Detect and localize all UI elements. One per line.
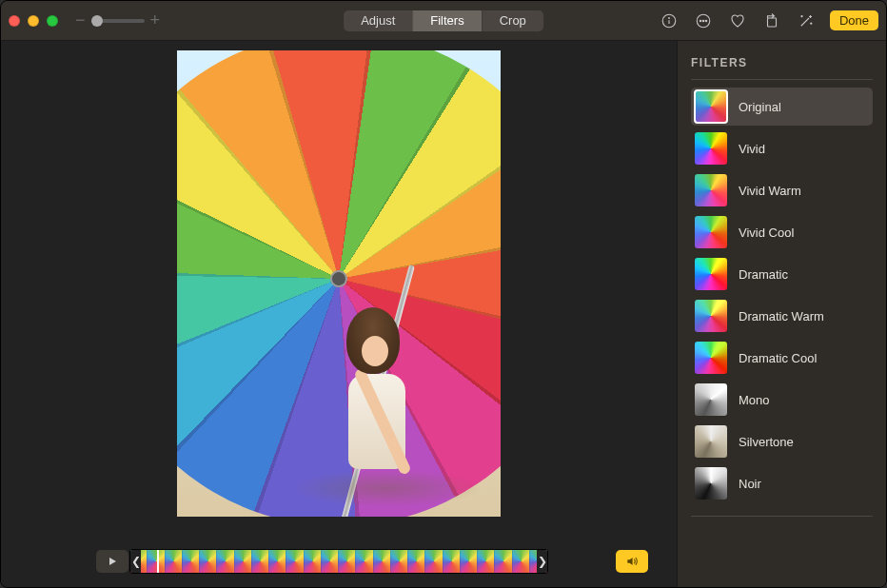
heart-icon	[729, 12, 746, 29]
filter-thumb-silvertone	[695, 425, 727, 458]
filter-thumb-mono	[695, 383, 727, 416]
filter-thumb-original	[695, 90, 727, 123]
filter-label: Vivid Cool	[739, 225, 794, 240]
timeline-filmstrip[interactable]: ❮ ❯	[129, 549, 548, 574]
wand-icon	[798, 12, 815, 29]
timeline-frame[interactable]	[391, 550, 408, 573]
toolbar-right: Done	[659, 10, 878, 31]
timeline-frame[interactable]	[166, 550, 183, 573]
timeline-frame[interactable]	[478, 550, 495, 573]
more-icon	[695, 12, 712, 29]
filter-label: Dramatic Warm	[739, 309, 824, 323]
filter-thumb-vivid-cool	[695, 216, 727, 248]
timeline-frame[interactable]	[183, 550, 200, 573]
timeline-frame[interactable]	[356, 550, 373, 573]
filter-thumb-noir	[695, 467, 727, 500]
filter-label: Vivid Warm	[739, 184, 801, 198]
sidebar-divider-top	[691, 79, 873, 80]
filter-label: Noir	[739, 477, 761, 491]
timeline-frame[interactable]	[408, 550, 425, 573]
filter-thumb-vivid-warm	[695, 174, 727, 206]
timeline-frame[interactable]	[444, 550, 461, 573]
tab-adjust[interactable]: Adjust	[344, 10, 412, 31]
filter-item-dramatic-warm[interactable]: Dramatic Warm	[691, 297, 873, 335]
timeline-frame[interactable]	[305, 550, 322, 573]
filter-label: Mono	[739, 393, 770, 407]
timeline-frame[interactable]	[322, 550, 339, 573]
zoom-slider[interactable]: − +	[75, 10, 160, 30]
filter-item-dramatic-cool[interactable]: Dramatic Cool	[691, 339, 873, 377]
photo-preview[interactable]	[177, 50, 501, 517]
filter-item-original[interactable]: Original	[691, 88, 873, 126]
timeline-frame[interactable]	[200, 550, 217, 573]
more-button[interactable]	[693, 10, 714, 31]
favorite-button[interactable]	[727, 10, 748, 31]
timeline-frame[interactable]	[425, 550, 443, 573]
filter-item-noir[interactable]: Noir	[691, 464, 873, 502]
canvas-area: ❮ ❯	[1, 41, 677, 587]
zoom-slider-thumb[interactable]	[91, 15, 103, 27]
timeline-frame[interactable]	[286, 550, 304, 573]
audio-button[interactable]	[616, 550, 648, 573]
svg-point-5	[702, 20, 704, 22]
filter-label: Vivid	[739, 142, 765, 156]
tab-filters[interactable]: Filters	[412, 10, 481, 31]
filter-thumb-dramatic-warm	[695, 300, 727, 332]
timeline-frame[interactable]	[252, 550, 269, 573]
filter-item-dramatic[interactable]: Dramatic	[691, 255, 873, 293]
filter-item-vivid-warm[interactable]: Vivid Warm	[691, 171, 873, 209]
timeline-bar: ❮ ❯	[1, 549, 677, 574]
speaker-icon	[624, 555, 640, 568]
filter-label: Dramatic	[739, 267, 788, 282]
timeline-frame[interactable]	[374, 550, 391, 573]
timeline-frame[interactable]	[513, 550, 530, 573]
playhead[interactable]	[157, 549, 159, 574]
sidebar-divider-bottom	[691, 516, 873, 517]
filter-list: Original Vivid Vivid Warm Vivid Cool Dra…	[691, 88, 873, 502]
person-graphic	[320, 288, 434, 479]
filter-thumb-dramatic	[695, 258, 727, 290]
filter-item-mono[interactable]: Mono	[691, 381, 873, 419]
window-minimize-button[interactable]	[28, 15, 39, 27]
filter-label: Silvertone	[739, 435, 794, 449]
timeline-frame[interactable]	[339, 550, 356, 573]
trim-handle-end[interactable]: ❯	[537, 549, 547, 574]
zoom-in-icon: +	[150, 10, 161, 30]
sidebar-title: FILTERS	[691, 56, 873, 69]
timeline-frame[interactable]	[235, 550, 252, 573]
zoom-out-icon: −	[75, 10, 86, 30]
info-icon	[660, 12, 678, 29]
person-face	[362, 336, 388, 366]
window-controls	[9, 15, 58, 27]
timeline-frame[interactable]	[495, 550, 512, 573]
trim-handle-start[interactable]: ❮	[130, 549, 141, 574]
info-button[interactable]	[659, 10, 680, 31]
filter-label: Dramatic Cool	[739, 351, 817, 365]
window-close-button[interactable]	[9, 15, 20, 27]
rotate-button[interactable]	[761, 10, 782, 31]
timeline-frame[interactable]	[217, 550, 234, 573]
svg-point-6	[705, 20, 707, 22]
filters-sidebar: FILTERS Original Vivid Vivid Warm Vivid …	[677, 41, 886, 587]
filter-item-silvertone[interactable]: Silvertone	[691, 422, 873, 461]
filter-item-vivid[interactable]: Vivid	[691, 129, 873, 167]
auto-enhance-button[interactable]	[796, 10, 817, 31]
titlebar: − + Adjust Filters Crop Done	[1, 1, 886, 41]
timeline-frame[interactable]	[269, 550, 286, 573]
timeline-frame[interactable]	[461, 550, 478, 573]
svg-point-2	[669, 17, 670, 18]
filter-thumb-dramatic-cool	[695, 342, 727, 374]
zoom-slider-track[interactable]	[91, 19, 145, 23]
tab-crop[interactable]: Crop	[482, 10, 543, 31]
done-button[interactable]: Done	[830, 10, 878, 30]
edit-mode-segmented-control: Adjust Filters Crop	[344, 10, 543, 31]
filter-label: Original	[739, 100, 781, 114]
filter-thumb-vivid	[695, 132, 727, 165]
svg-rect-7	[767, 18, 776, 27]
play-icon	[107, 556, 118, 567]
play-button[interactable]	[96, 550, 128, 573]
window-zoom-button[interactable]	[47, 15, 58, 27]
svg-point-4	[700, 20, 701, 22]
filter-item-vivid-cool[interactable]: Vivid Cool	[691, 213, 873, 251]
main: ❮ ❯ FILTERS Original Vivid	[1, 41, 886, 587]
